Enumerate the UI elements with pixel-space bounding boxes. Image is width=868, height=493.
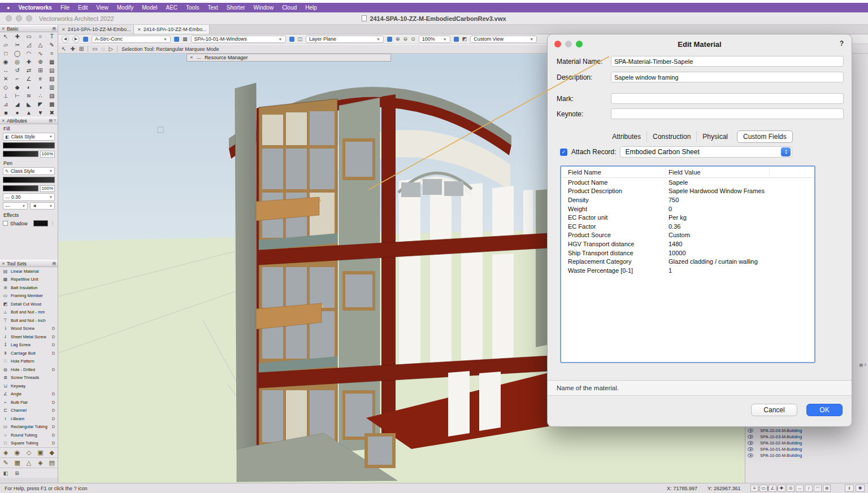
table-row[interactable]: Replacement Category Glazed cladding / c… — [561, 257, 814, 266]
help-icon[interactable]: ? — [840, 40, 844, 47]
toolset-item[interactable]: ○ Round Tubing D — [0, 431, 58, 439]
shadow-color-swatch[interactable] — [33, 220, 48, 226]
table-row[interactable]: Weight 0 — [561, 204, 814, 213]
palette-menu-icon[interactable]: ▤ — [52, 261, 56, 266]
active-class-combo[interactable]: A-Strc-Conc ▼ — [92, 36, 171, 43]
line-style-combo[interactable]: —▼ — [3, 202, 28, 210]
toolset-item[interactable]: ⇃ Sheet Metal Screw D — [0, 333, 58, 341]
basic-tool-icon[interactable]: ▼ — [34, 108, 46, 117]
basic-tool-icon[interactable]: ◇ — [0, 83, 11, 91]
pen-opacity-value[interactable]: 100% — [40, 185, 55, 192]
snap-toggle-icon[interactable]: ⊗ — [823, 485, 831, 492]
crosshair-icon[interactable]: ✚ — [70, 46, 75, 52]
fill-style-combo[interactable]: ◧ Class Style ▼ — [3, 133, 55, 141]
tab-custom-fields[interactable]: Custom Fields — [737, 130, 793, 143]
back-button[interactable]: ◀ — [62, 36, 69, 43]
toolset-footer-icon[interactable]: ◆ — [46, 448, 58, 457]
toolset-item[interactable]: ⌐ Bulb Flat D — [0, 398, 58, 407]
cancel-button[interactable]: Cancel — [751, 404, 797, 416]
menu-item[interactable]: Text — [207, 5, 218, 11]
fill-opacity-value[interactable]: 100% — [40, 151, 55, 158]
statusbar-button-icon[interactable]: ‖ — [845, 485, 854, 492]
snap-toggle-icon[interactable]: ⊙ — [787, 485, 795, 492]
basic-palette-header[interactable]: ✕ Basic ▤ — [0, 25, 58, 32]
basic-tool-icon[interactable]: ✕ — [0, 75, 11, 83]
snap-toggle-icon[interactable]: ◠ — [814, 485, 822, 492]
toolset-item[interactable]: ▤ Linear Material — [0, 267, 58, 276]
apple-icon[interactable]: ● — [7, 5, 10, 11]
basic-tool-icon[interactable]: ◐ — [23, 83, 34, 91]
keynote-input[interactable] — [611, 108, 844, 119]
current-view-combo[interactable]: Custom View ▼ — [470, 36, 537, 43]
tab-close-icon[interactable]: ✕ — [137, 27, 141, 32]
table-row[interactable]: Product Name Sapele — [561, 178, 814, 187]
active-layer-combo[interactable]: SPA-10-01-M-Windows ▼ — [191, 36, 286, 43]
tab-close-icon[interactable]: ✕ — [62, 27, 66, 32]
basic-tool-icon[interactable]: ∿ — [34, 49, 46, 58]
basic-tool-icon[interactable]: ⊿ — [0, 100, 11, 108]
basic-tool-icon[interactable]: ⊥ — [0, 91, 11, 100]
basic-tool-icon[interactable]: ◣ — [23, 100, 34, 108]
zoom-in-icon[interactable]: ⊕ — [396, 36, 400, 42]
basic-tool-icon[interactable]: ⊞ — [34, 66, 46, 75]
visibility-eye-icon[interactable] — [748, 441, 753, 445]
basic-tool-icon[interactable]: △ — [34, 41, 46, 49]
plane-icon[interactable]: ◫ — [298, 36, 303, 42]
toolset-item[interactable]: □ Square Tubing D — [0, 439, 58, 448]
menu-item[interactable]: File — [60, 5, 70, 11]
snap-grid-icon[interactable]: ⊞ — [79, 46, 84, 52]
close-icon[interactable]: ✕ — [2, 119, 5, 123]
toolset-footer-icon[interactable]: ◉ — [11, 448, 23, 457]
description-input[interactable] — [611, 72, 844, 82]
table-row[interactable]: Product Source Custom — [561, 231, 814, 240]
toolset-footer-icon[interactable]: ◇ — [23, 448, 34, 457]
menu-item[interactable]: Window — [254, 5, 274, 11]
toolset-footer-icon[interactable]: ▣ — [34, 448, 46, 457]
tab-attributes[interactable]: Attributes — [606, 131, 646, 142]
zoom-button[interactable] — [26, 15, 32, 21]
layer-stack-icon[interactable]: ▦ — [183, 36, 188, 42]
menu-item[interactable]: Tools — [186, 5, 199, 11]
basic-tool-icon[interactable]: ≈ — [46, 49, 58, 58]
snap-toggle-icon[interactable]: ✚ — [778, 485, 785, 492]
toolset-footer-icon[interactable]: ⊞ — [11, 468, 23, 478]
zoom-level-combo[interactable]: 100% ▼ — [419, 36, 450, 43]
basic-tool-icon[interactable]: ∴ — [34, 91, 46, 100]
marker-combo[interactable]: ◄▼ — [30, 202, 55, 210]
marquee-poly-icon[interactable]: ▷ — [109, 46, 114, 52]
basic-tool-icon[interactable]: ▤ — [46, 66, 58, 75]
toolset-item[interactable]: ▦ Repetitive Unit — [0, 276, 58, 284]
toolset-item[interactable]: ⇟ Carriage Bolt D — [0, 349, 58, 357]
tab-physical[interactable]: Physical — [696, 131, 734, 142]
table-row[interactable]: Product Description Sapele Hardwood Wind… — [561, 187, 814, 196]
zoom-options-icon[interactable] — [387, 37, 392, 42]
toolset-item[interactable]: ≋ Batt Insulation — [0, 283, 58, 292]
basic-tool-icon[interactable]: ◑ — [34, 83, 46, 91]
document-tab-1[interactable]: ✕ 2414-SPA-10-ZZ-M-Embo... — [58, 25, 134, 34]
layer-row[interactable]: SPA-10-01-M-Building — [745, 446, 856, 452]
toolset-item[interactable]: ▭ Rectangular Tubing D — [0, 423, 58, 431]
pen-style-combo[interactable]: ✎ Class Style ▼ — [3, 167, 55, 175]
table-row[interactable]: Waste Percentage [0-1] 1 — [561, 266, 814, 275]
fill-color-swatch[interactable] — [3, 142, 55, 149]
basic-tool-icon[interactable]: ▥ — [46, 83, 58, 91]
basic-tool-icon[interactable]: ✎ — [46, 41, 58, 49]
table-row[interactable]: Density 750 — [561, 195, 814, 204]
close-button[interactable] — [6, 15, 12, 21]
basic-tool-icon[interactable]: ◯ — [11, 49, 23, 58]
palette-menu-icon[interactable]: ▤ — [52, 27, 56, 31]
basic-tool-icon[interactable]: ▲ — [23, 108, 34, 117]
basic-tool-icon[interactable]: ✂ — [11, 41, 23, 49]
toolset-item[interactable]: ⊥ Bolt and Nut - mm — [0, 308, 58, 317]
dialog-zoom-button[interactable] — [576, 41, 583, 47]
resource-manager-bar[interactable]: ✕ — Resource Manager — [186, 54, 391, 62]
toolset-footer-icon[interactable]: △ — [23, 458, 34, 468]
forward-button[interactable]: ▶ — [72, 36, 80, 43]
menu-item[interactable]: Cloud — [282, 5, 297, 11]
basic-tool-icon[interactable]: ⊢ — [11, 91, 23, 100]
table-row[interactable]: EC Factor unit Per kg — [561, 213, 814, 222]
line-weight-combo[interactable]: — 0.30 ▼ — [3, 193, 55, 201]
basic-tool-icon[interactable]: ↺ — [11, 66, 23, 75]
record-select[interactable]: Embodied Carbon Sheet ▲▼ — [620, 146, 792, 158]
snap-toggle-icon[interactable]: ≡ — [750, 485, 758, 492]
